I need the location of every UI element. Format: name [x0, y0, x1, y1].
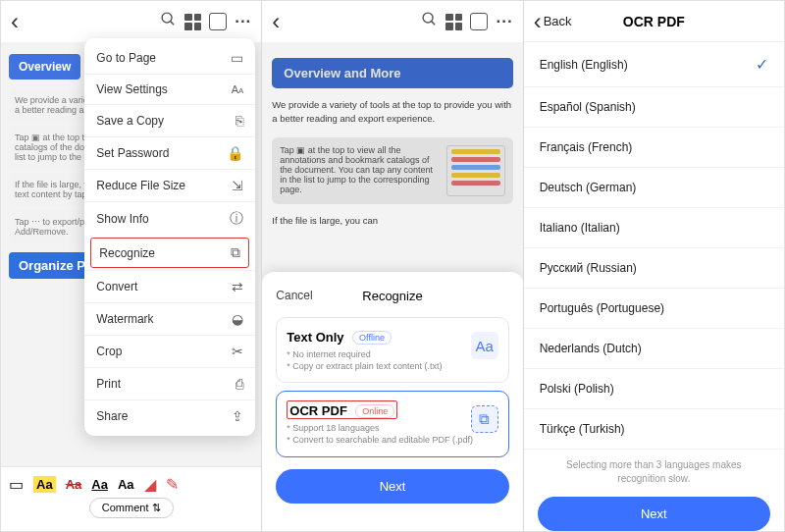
- page-thumbnail: [446, 145, 505, 196]
- ocr-icon: ⧉: [231, 244, 240, 261]
- next-button[interactable]: Next: [538, 497, 770, 531]
- check-icon: ✓: [756, 55, 768, 74]
- menu-go-to-page[interactable]: Go to Page▭: [84, 42, 255, 74]
- page-view-icon[interactable]: [209, 13, 227, 30]
- thumbnails-icon[interactable]: [445, 14, 462, 30]
- page-title: OCR PDF: [623, 14, 685, 29]
- select-rect-icon[interactable]: ▭: [9, 475, 24, 494]
- menu-share[interactable]: Share⇪: [84, 399, 255, 432]
- print-icon: ⎙: [236, 376, 243, 392]
- crop-icon: ✂: [232, 344, 243, 359]
- next-button[interactable]: Next: [276, 469, 508, 504]
- underline-tool[interactable]: Aa: [91, 477, 108, 492]
- language-option[interactable]: Italiano (Italian): [524, 208, 784, 248]
- more-menu: Go to Page▭ View SettingsAA Save a Copy⎘…: [84, 38, 255, 436]
- menu-set-password[interactable]: Set Password🔒: [84, 136, 255, 169]
- menu-show-info[interactable]: Show Infoⓘ: [84, 201, 255, 236]
- back-button[interactable]: Back: [534, 8, 572, 35]
- doc-text: We provide a variety of tools at the top…: [272, 98, 512, 126]
- text-icon: Aa: [471, 332, 498, 359]
- option-ocr-pdf[interactable]: OCR PDF Online * Support 18 languages* C…: [276, 391, 508, 456]
- doc-card: Tap ▣ at the top to view all the annotat…: [272, 137, 512, 204]
- menu-watermark[interactable]: Watermark◒: [84, 302, 255, 335]
- watermark-icon: ◒: [232, 311, 243, 327]
- more-icon[interactable]: [496, 12, 512, 31]
- compress-icon: ⇲: [232, 178, 243, 193]
- offline-badge: Offline: [352, 331, 392, 345]
- convert-icon: ⇄: [232, 279, 243, 294]
- language-option[interactable]: Русский (Russian): [524, 248, 784, 289]
- menu-reduce-size[interactable]: Reduce File Size⇲: [84, 169, 255, 201]
- page-view-icon[interactable]: [470, 13, 488, 30]
- search-icon[interactable]: [160, 11, 177, 32]
- option-text-only[interactable]: Text Only Offline * No internet required…: [276, 317, 508, 383]
- chevron-left-icon: [534, 8, 542, 35]
- svg-point-2: [424, 13, 434, 23]
- share-icon: ⇪: [232, 408, 243, 424]
- back-icon[interactable]: [272, 8, 280, 35]
- squiggly-tool[interactable]: Aa: [118, 477, 134, 492]
- search-icon[interactable]: [421, 11, 438, 32]
- menu-crop[interactable]: Crop✂: [84, 335, 255, 367]
- language-option[interactable]: Português (Portuguese): [524, 289, 784, 329]
- info-icon: ⓘ: [230, 210, 243, 228]
- menu-view-settings[interactable]: View SettingsAA: [84, 74, 255, 104]
- doc-heading: Overview and More: [272, 58, 512, 88]
- menu-save-copy[interactable]: Save a Copy⎘: [84, 104, 255, 136]
- pen-icon[interactable]: ✎: [166, 475, 179, 494]
- recognize-sheet: Cancel Recognize Text Only Offline * No …: [262, 272, 522, 531]
- svg-point-0: [162, 13, 172, 23]
- language-option[interactable]: English (English)✓: [524, 42, 784, 87]
- annotation-toolbar: ▭ Aa Aa Aa Aa ◢ ✎ Comment ⇅: [1, 466, 261, 531]
- scan-icon: ⧉: [471, 405, 498, 433]
- menu-print[interactable]: Print⎙: [84, 367, 255, 399]
- more-icon[interactable]: [235, 12, 251, 31]
- language-option[interactable]: Türkçe (Turkish): [524, 409, 784, 450]
- text-size-icon: AA: [232, 83, 244, 95]
- online-badge: Online: [355, 404, 394, 418]
- language-option[interactable]: Deutsch (German): [524, 168, 784, 208]
- lock-icon: 🔒: [227, 145, 243, 161]
- back-icon[interactable]: [11, 8, 19, 35]
- svg-line-3: [432, 22, 436, 26]
- doc-text: If the file is large, you can: [272, 214, 512, 228]
- strikethrough-tool[interactable]: Aa: [66, 477, 82, 492]
- language-option[interactable]: Español (Spanish): [524, 87, 784, 128]
- overview-tab: Overview: [9, 54, 80, 80]
- page-icon: ▭: [231, 50, 243, 66]
- menu-convert[interactable]: Convert⇄: [84, 270, 255, 302]
- language-option[interactable]: Français (French): [524, 128, 784, 168]
- thumbnails-icon[interactable]: [184, 14, 201, 30]
- language-option[interactable]: Nederlands (Dutch): [524, 329, 784, 369]
- menu-recognize[interactable]: Recognize⧉: [90, 238, 249, 268]
- save-icon: ⎘: [236, 113, 243, 129]
- comment-button[interactable]: Comment ⇅: [89, 498, 174, 518]
- sheet-title: Recognize: [362, 289, 422, 303]
- language-list: English (English)✓Español (Spanish)Franç…: [524, 42, 784, 451]
- highlight-tool[interactable]: Aa: [33, 476, 56, 493]
- eraser-icon[interactable]: ◢: [144, 475, 156, 494]
- hint-text: Selecting more than 3 languages makes re…: [524, 451, 784, 493]
- svg-line-1: [171, 22, 175, 26]
- language-option[interactable]: Polski (Polish): [524, 369, 784, 409]
- cancel-button[interactable]: Cancel: [276, 289, 312, 302]
